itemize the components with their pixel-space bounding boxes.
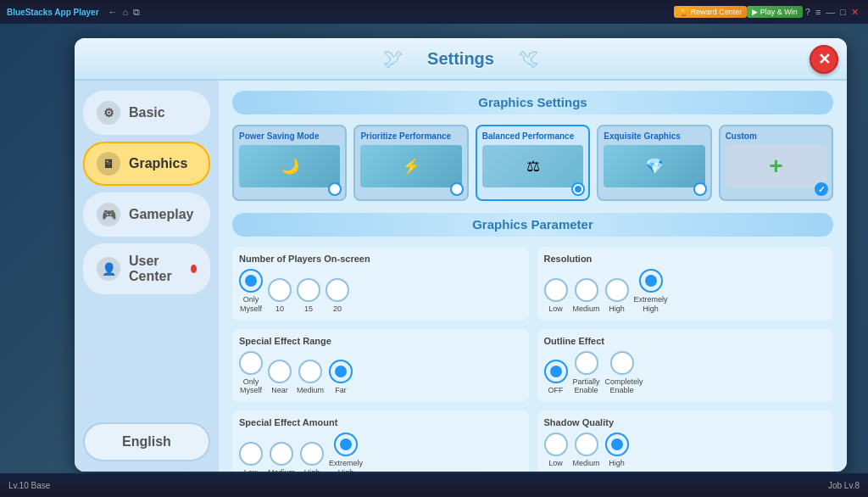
radio-extremely-high-resolution-circle[interactable] — [639, 269, 663, 293]
radio-far-range-circle[interactable] — [329, 360, 353, 383]
param-shadow-quality-options: Low Medium High — [544, 433, 827, 468]
param-players-onscreen-label: Number of Players On-screen — [239, 254, 522, 264]
radio-low-amount-circle[interactable] — [239, 442, 263, 466]
radio-20-players[interactable]: 20 — [326, 278, 349, 314]
play-win-button[interactable]: ▶ Play & Win — [747, 6, 803, 18]
preset-balanced-radio[interactable] — [571, 182, 585, 196]
radio-off-outline[interactable]: OFF — [544, 360, 568, 395]
preset-custom[interactable]: Custom + ✓ — [719, 125, 833, 201]
nav-copy-button[interactable]: ⧉ — [131, 7, 142, 18]
radio-medium-range-circle[interactable] — [298, 360, 322, 383]
radio-high-amount[interactable]: High — [300, 442, 324, 472]
radio-medium-resolution[interactable]: Medium — [573, 278, 600, 314]
radio-high-resolution-label: High — [609, 304, 625, 314]
radio-near-range-circle[interactable] — [268, 360, 292, 383]
radio-low-resolution[interactable]: Low — [544, 278, 568, 314]
radio-only-myself-players[interactable]: OnlyMyself — [239, 269, 263, 314]
sidebar-item-basic-label: Basic — [129, 105, 165, 120]
radio-medium-resolution-circle[interactable] — [575, 278, 598, 302]
preset-balanced[interactable]: Balanced Performance ⚖ — [476, 125, 590, 201]
param-special-effect-range-label: Special Effect Range — [239, 336, 522, 346]
sidebar-item-gameplay-label: Gameplay — [129, 207, 193, 222]
graphics-params-title: Graphics Parameter — [472, 217, 593, 232]
preset-prioritize-perf[interactable]: Prioritize Performance ⚡ — [353, 125, 468, 201]
radio-15-players-label: 15 — [304, 304, 313, 314]
radio-low-resolution-circle[interactable] — [544, 278, 568, 302]
preset-power-saving-thumb: 🌙 — [239, 145, 340, 187]
radio-low-shadow-circle[interactable] — [544, 433, 568, 456]
sidebar-item-gameplay[interactable]: 🎮 Gameplay — [83, 193, 210, 237]
sidebar-item-graphics[interactable]: 🖥 Graphics — [83, 142, 210, 186]
radio-only-myself-range-circle[interactable] — [239, 351, 263, 375]
preset-power-saving[interactable]: Power Saving Mode 🌙 — [232, 125, 347, 201]
info-button[interactable]: ? — [803, 7, 813, 17]
minimize-button[interactable]: — — [823, 7, 837, 17]
radio-extremely-high-amount[interactable]: ExtremelyHigh — [329, 433, 363, 472]
language-selector[interactable]: English — [83, 422, 210, 461]
settings-button[interactable]: ≡ — [813, 7, 823, 17]
nav-back-button[interactable]: ← — [106, 7, 120, 17]
preset-power-saving-radio[interactable] — [328, 182, 342, 196]
radio-extremely-high-resolution[interactable]: ExtremelyHigh — [634, 269, 668, 314]
param-players-onscreen-options: OnlyMyself 10 15 20 — [239, 269, 522, 314]
radio-15-players-circle[interactable] — [297, 278, 320, 302]
radio-medium-amount[interactable]: Medium — [268, 442, 295, 472]
radio-20-players-circle[interactable] — [326, 278, 349, 302]
bottom-right-status: Job Lv.8 — [828, 481, 860, 490]
dialog-header: 🕊 Settings 🕊 ✕ — [75, 38, 847, 81]
radio-low-shadow[interactable]: Low — [544, 433, 568, 468]
preset-custom-radio[interactable]: ✓ — [815, 182, 828, 196]
radio-high-resolution-circle[interactable] — [605, 278, 629, 302]
radio-completely-outline-circle[interactable] — [610, 351, 634, 375]
radio-off-outline-circle[interactable] — [544, 360, 568, 383]
radio-medium-amount-label: Medium — [268, 468, 295, 472]
graphics-icon: 🖥 — [97, 152, 120, 176]
radio-partially-outline[interactable]: PartiallyEnable — [573, 351, 600, 396]
nav-home-button[interactable]: ⌂ — [120, 7, 131, 17]
close-dialog-button[interactable]: ✕ — [810, 45, 838, 74]
user-center-icon: 👤 — [97, 257, 120, 281]
radio-10-players-label: 10 — [275, 304, 284, 314]
maximize-button[interactable]: □ — [837, 7, 849, 17]
param-shadow-quality: Shadow Quality Low Medium High — [537, 410, 834, 472]
radio-near-range[interactable]: Near — [268, 360, 292, 395]
radio-low-amount[interactable]: Low — [239, 442, 263, 472]
radio-only-myself-range-label: OnlyMyself — [240, 377, 262, 396]
sidebar-item-basic[interactable]: ⚙ Basic — [83, 91, 210, 135]
radio-10-players[interactable]: 10 — [268, 278, 292, 314]
param-resolution-label: Resolution — [544, 254, 827, 264]
radio-medium-amount-circle[interactable] — [270, 442, 293, 466]
param-players-onscreen: Number of Players On-screen OnlyMyself 1… — [232, 247, 529, 321]
param-outline-effect-label: Outline Effect — [544, 336, 827, 346]
radio-partially-outline-circle[interactable] — [575, 351, 598, 375]
close-window-button[interactable]: ✕ — [849, 7, 861, 18]
radio-extremely-high-amount-circle[interactable] — [334, 433, 358, 456]
radio-medium-shadow-label: Medium — [573, 459, 600, 468]
radio-high-amount-circle[interactable] — [300, 442, 324, 466]
radio-low-shadow-label: Low — [548, 459, 563, 468]
radio-15-players[interactable]: 15 — [297, 278, 320, 314]
radio-far-range[interactable]: Far — [329, 360, 353, 395]
radio-high-amount-label: High — [304, 468, 320, 472]
radio-medium-shadow[interactable]: Medium — [573, 433, 600, 468]
radio-medium-range[interactable]: Medium — [297, 360, 324, 395]
radio-completely-outline[interactable]: CompletelyEnable — [605, 351, 639, 396]
preset-power-saving-name: Power Saving Mode — [239, 131, 340, 142]
radio-completely-outline-label: CompletelyEnable — [605, 377, 639, 396]
radio-only-myself-range[interactable]: OnlyMyself — [239, 351, 263, 396]
radio-medium-shadow-circle[interactable] — [575, 433, 598, 456]
bottom-left-status: Lv.10 Base — [8, 481, 50, 490]
radio-10-players-circle[interactable] — [268, 278, 292, 302]
radio-only-myself-players-circle[interactable] — [239, 269, 263, 293]
sidebar-item-user-center[interactable]: 👤 User Center — [83, 243, 210, 294]
preset-prioritize-perf-radio[interactable] — [450, 182, 464, 196]
radio-high-shadow-circle[interactable] — [605, 433, 629, 456]
preset-custom-thumb: + — [726, 145, 826, 187]
reward-center-button[interactable]: 🏆 Reward Center — [674, 6, 747, 18]
preset-balanced-name: Balanced Performance — [482, 131, 583, 142]
preset-exquisite[interactable]: Exquisite Graphics 💎 — [597, 125, 711, 201]
radio-near-range-label: Near — [271, 386, 288, 395]
preset-exquisite-radio[interactable] — [693, 182, 707, 196]
radio-high-resolution[interactable]: High — [605, 278, 629, 314]
radio-high-shadow[interactable]: High — [605, 433, 629, 468]
